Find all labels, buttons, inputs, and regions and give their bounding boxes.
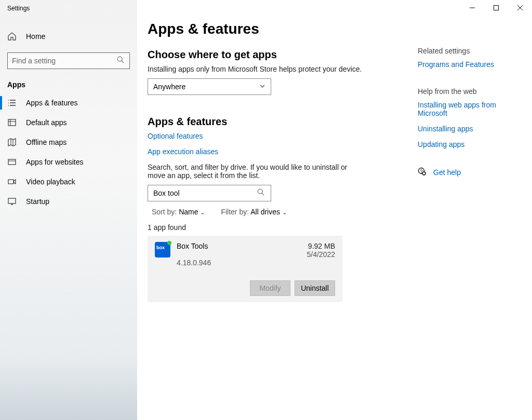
sidebar-search-input[interactable] xyxy=(12,57,117,65)
help-link-installing[interactable]: Installing web apps from Microsoft xyxy=(418,101,522,117)
apps-search-input[interactable] xyxy=(153,189,257,197)
right-pane: Related settings Programs and Features H… xyxy=(418,47,522,410)
nav-label: Apps for websites xyxy=(26,158,84,166)
app-icon: box xyxy=(155,242,170,258)
choose-description: Installing apps only from Microsoft Stor… xyxy=(148,65,402,73)
sidebar-item-video-playback[interactable]: Video playback xyxy=(0,172,137,192)
svg-line-24 xyxy=(262,193,264,195)
svg-rect-19 xyxy=(8,180,14,184)
svg-rect-12 xyxy=(8,119,16,126)
search-icon xyxy=(257,188,265,198)
svg-point-4 xyxy=(117,57,122,61)
list-icon xyxy=(7,98,17,107)
sidebar-item-offline-maps[interactable]: Offline maps xyxy=(0,132,137,152)
help-link-updating[interactable]: Updating apps xyxy=(418,140,522,148)
svg-point-27 xyxy=(421,172,421,173)
home-button[interactable]: Home xyxy=(0,28,137,45)
uninstall-button[interactable]: Uninstall xyxy=(295,280,335,296)
sidebar-item-startup[interactable]: Startup xyxy=(0,192,137,211)
map-icon xyxy=(7,138,17,147)
nav-label: Default apps xyxy=(26,118,67,127)
apps-source-dropdown[interactable]: Anywhere xyxy=(148,78,271,95)
svg-rect-20 xyxy=(8,198,16,204)
sidebar-item-apps-features[interactable]: Apps & features xyxy=(0,93,137,113)
related-heading: Related settings xyxy=(418,47,522,55)
svg-rect-17 xyxy=(8,159,16,165)
app-name: Box Tools xyxy=(177,242,307,250)
choose-heading: Choose where to get apps xyxy=(148,49,402,61)
apps-web-icon xyxy=(7,157,17,167)
sidebar: Settings Home Apps Apps & features Defau xyxy=(0,0,137,420)
get-help-link[interactable]: Get help xyxy=(433,168,461,177)
home-icon xyxy=(7,32,17,41)
filter-by-dropdown[interactable]: Filter by: All drives ⌄ xyxy=(221,208,287,216)
app-version: 4.18.0.946 xyxy=(177,259,307,267)
home-label: Home xyxy=(26,32,45,40)
sidebar-item-apps-websites[interactable]: Apps for websites xyxy=(0,152,137,172)
sort-by-dropdown[interactable]: Sort by: Name ⌄ xyxy=(152,208,205,216)
get-help-icon xyxy=(418,167,426,178)
nav-label: Apps & features xyxy=(26,99,78,107)
apps-search[interactable] xyxy=(148,185,271,201)
sidebar-search[interactable] xyxy=(7,52,130,69)
chevron-down-icon xyxy=(259,83,265,91)
svg-point-26 xyxy=(422,172,425,175)
startup-icon xyxy=(7,197,17,206)
main-content: Apps & features Choose where to get apps… xyxy=(137,0,532,420)
nav-label: Video playback xyxy=(26,178,75,186)
optional-features-link[interactable]: Optional features xyxy=(148,132,402,140)
svg-point-23 xyxy=(258,189,262,194)
app-exec-aliases-link[interactable]: App execution aliases xyxy=(148,147,402,156)
help-link-uninstalling[interactable]: Uninstalling apps xyxy=(418,125,522,133)
modify-button: Modify xyxy=(250,280,290,296)
apps-count: 1 app found xyxy=(148,223,402,232)
chevron-down-icon: ⌄ xyxy=(200,209,205,216)
nav-label: Startup xyxy=(26,197,49,206)
svg-line-5 xyxy=(122,61,124,63)
sidebar-section-label: Apps xyxy=(7,80,137,89)
search-icon xyxy=(117,56,125,65)
app-list-item[interactable]: box Box Tools 4.18.0.946 9.92 MB 5/4/202… xyxy=(148,236,342,302)
chevron-down-icon: ⌄ xyxy=(282,209,287,216)
search-description: Search, sort, and filter by drive. If yo… xyxy=(148,163,361,180)
programs-features-link[interactable]: Programs and Features xyxy=(418,60,522,69)
help-heading: Help from the web xyxy=(418,87,522,96)
sidebar-item-default-apps[interactable]: Default apps xyxy=(0,113,137,132)
app-date: 5/4/2022 xyxy=(307,250,336,259)
window-title: Settings xyxy=(0,0,137,12)
apps-heading: Apps & features xyxy=(148,116,402,128)
app-size: 9.92 MB xyxy=(307,242,336,250)
video-icon xyxy=(7,177,17,186)
nav-label: Offline maps xyxy=(26,138,66,146)
dropdown-value: Anywhere xyxy=(153,83,185,91)
page-title: Apps & features xyxy=(148,21,402,37)
defaults-icon xyxy=(7,118,17,127)
